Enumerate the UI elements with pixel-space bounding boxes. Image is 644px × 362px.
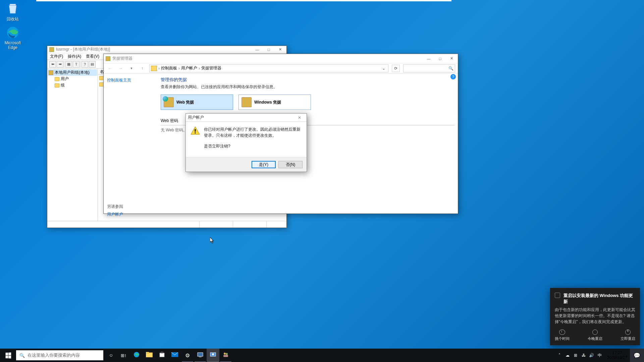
desktop-edge[interactable]: Microsoft Edge <box>0 25 25 50</box>
search-icon: 🔍 <box>448 66 453 71</box>
desktop-recycle-bin[interactable]: 回收站 <box>0 1 25 22</box>
dialog-close-button[interactable]: ✕ <box>294 115 305 121</box>
taskbar-settings[interactable]: ⚙ <box>181 349 194 362</box>
dialog-titlebar[interactable]: 用户帐户 ✕ <box>186 114 307 122</box>
minimize-button[interactable]: — <box>423 55 434 62</box>
tile-web-credentials[interactable]: Web 凭据 <box>161 95 233 110</box>
no-button[interactable]: 否(N) <box>278 161 303 168</box>
tray-overflow-icon[interactable]: ˄ <box>557 353 562 358</box>
desktop-recycle-label: 回收站 <box>0 16 25 22</box>
cred-titlebar[interactable]: 凭据管理器 — □ ✕ <box>104 54 458 63</box>
edge-icon <box>133 351 140 359</box>
tb-sep <box>64 61 65 68</box>
tree-users-label: 用户 <box>61 76 69 82</box>
see-also-label: 另请参阅 <box>107 204 154 209</box>
tb-tiles-icon[interactable]: ▤ <box>89 61 96 68</box>
tree-root[interactable]: 本地用户和组(本地) <box>48 69 97 76</box>
svg-rect-11 <box>199 357 202 357</box>
tree-groups[interactable]: 组 <box>48 82 97 88</box>
tray-ime-icon[interactable]: 中 <box>597 353 602 358</box>
dialog-message: 你已经对用户帐户进行了更改。因此必须注销然后重新登录。只有这样，才能使这些更改生… <box>204 126 302 138</box>
cred-heading: 管理你的凭据 <box>161 77 454 83</box>
taskview-icon: ⊞⫶ <box>121 353 127 358</box>
taskbar-explorer[interactable] <box>143 349 156 362</box>
crumb-control-panel[interactable]: 控制面板 <box>161 65 177 71</box>
lusrmgr-statusbar <box>47 221 286 228</box>
crumb-cred-manager[interactable]: 凭据管理器 <box>201 65 221 71</box>
taskbar-store[interactable] <box>156 349 168 362</box>
link-user-accounts[interactable]: 用户帐户 <box>107 212 154 217</box>
tb-export-icon[interactable]: ⇪ <box>73 61 79 68</box>
windows-update-toast[interactable]: 重启以安装最新的 Windows 功能更新 由于包含新的功能和应用，此更新可能会… <box>550 288 640 345</box>
warning-icon <box>191 126 200 135</box>
taskbar-lusrmgr[interactable] <box>219 349 232 362</box>
tb-back-icon[interactable]: ⬅ <box>49 61 56 68</box>
recycle-bin-icon <box>6 1 20 15</box>
tile-win-label: Windows 凭据 <box>254 100 281 105</box>
tray-onedrive-icon[interactable]: ☁ <box>565 353 570 358</box>
toast-act1-label: 挑个时间 <box>555 336 570 341</box>
taskbar-clock[interactable]: 17:07 2020/10/27 <box>604 351 630 360</box>
address-bar[interactable]: › 控制面板 › 用户帐户 › 凭据管理器 ⌄ <box>149 64 388 72</box>
close-button[interactable]: ✕ <box>446 55 457 62</box>
tb-grid-icon[interactable]: ▦ <box>65 61 72 68</box>
chevron-right-icon: › <box>178 66 180 71</box>
svg-point-13 <box>212 353 214 355</box>
maximize-button[interactable]: □ <box>263 46 274 53</box>
lusrmgr-icon <box>223 352 229 359</box>
close-button[interactable]: ✕ <box>274 46 286 53</box>
tray-security-icon[interactable]: ⊞ <box>573 353 578 358</box>
refresh-button[interactable]: ⟳ <box>392 65 400 72</box>
cred-addressbar-row: ← → ▼ ↑ › 控制面板 › 用户帐户 › 凭据管理器 ⌄ ⟳ 🔍 <box>104 63 458 73</box>
maximize-button[interactable]: □ <box>434 55 446 62</box>
nav-back-icon: ← <box>106 65 114 72</box>
tb-fwd-icon[interactable]: ➡ <box>57 61 63 68</box>
toast-restart-now[interactable]: 立即重启 <box>621 329 635 341</box>
link-control-panel-home[interactable]: 控制面板主页 <box>107 77 154 83</box>
taskbar-taskview[interactable]: ⊞⫶ <box>117 349 130 362</box>
toast-pick-time[interactable]: 挑个时间 <box>555 329 570 341</box>
web-credentials-icon <box>164 97 174 107</box>
nav-recent-icon[interactable]: ▼ <box>128 65 135 72</box>
cortana-icon: ○ <box>109 352 113 358</box>
folder-icon <box>151 66 157 71</box>
taskbar-mail[interactable] <box>168 349 181 362</box>
tile-windows-credentials[interactable]: Windows 凭据 <box>238 95 311 110</box>
taskbar-cortana[interactable]: ○ <box>105 349 117 362</box>
action-center-button[interactable]: 💬 <box>630 349 644 362</box>
system-tray: ˄ ☁ ⊞ 🖧 🔊 中 <box>555 353 604 358</box>
menu-file[interactable]: 文件(F) <box>50 54 63 59</box>
tree-root-icon <box>49 70 53 75</box>
taskbar-control-panel[interactable] <box>207 349 219 362</box>
minimize-button[interactable]: — <box>252 46 263 53</box>
tb-help-icon[interactable]: ? <box>82 61 88 68</box>
tray-volume-icon[interactable]: 🔊 <box>589 353 594 358</box>
tree-users[interactable]: 用户 <box>48 76 97 82</box>
svg-rect-0 <box>10 4 16 5</box>
taskbar-edge[interactable] <box>130 349 143 362</box>
edge-icon <box>6 25 20 40</box>
help-icon[interactable]: ? <box>450 74 456 79</box>
menu-action[interactable]: 操作(A) <box>68 54 81 59</box>
control-panel-icon <box>210 352 216 359</box>
lusrmgr-title: lusrmgr - [本地用户和组(本地)] <box>56 47 110 52</box>
search-input[interactable]: 🔍 <box>403 64 455 72</box>
tile-web-label: Web 凭据 <box>176 100 194 105</box>
taskbar-pctools[interactable] <box>194 349 207 362</box>
lusrmgr-titlebar[interactable]: lusrmgr - [本地用户和组(本地)] — □ ✕ <box>47 46 286 53</box>
clock-icon <box>559 329 565 335</box>
start-button[interactable] <box>0 349 16 362</box>
menu-view[interactable]: 查看(V) <box>86 54 99 59</box>
yes-button[interactable]: 是(Y) <box>252 161 276 168</box>
svg-rect-10 <box>198 353 203 356</box>
address-dropdown-icon[interactable]: ⌄ <box>381 65 387 72</box>
toast-act3-label: 立即重启 <box>621 336 635 341</box>
crumb-user-accounts[interactable]: 用户帐户 <box>181 65 197 71</box>
chevron-right-icon: › <box>158 66 160 71</box>
dialog-question: 是否立即注销? <box>204 143 302 149</box>
taskbar-search[interactable]: 🔍 在这里输入你要搜索的内容 <box>16 350 103 360</box>
nav-up-icon[interactable]: ↑ <box>139 65 146 72</box>
tray-network-icon[interactable]: 🖧 <box>581 353 586 358</box>
toast-restart-tonight[interactable]: 今晚重启 <box>588 329 602 341</box>
svg-rect-3 <box>195 132 196 133</box>
